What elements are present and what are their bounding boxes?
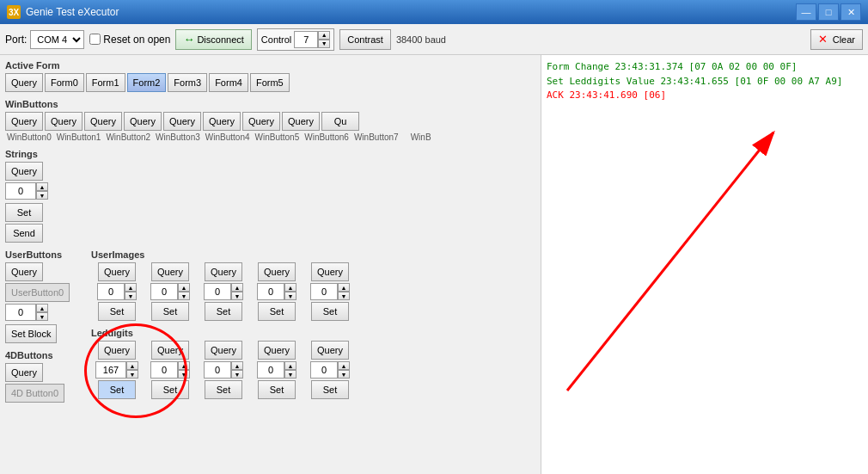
strings-spin-down[interactable]: ▼	[36, 191, 48, 200]
win-buttons-section: WinButtons Query Query Query Query Query…	[5, 99, 535, 142]
af-form1-btn[interactable]: Form1	[86, 73, 125, 92]
wb-label-4: WinButton4	[204, 132, 252, 142]
wb-query-7[interactable]: Query	[282, 112, 320, 131]
fd-button0-btn[interactable]: 4D Button0	[5, 384, 64, 403]
title-bar: 3X Genie Test eXecutor — □ ✕	[0, 0, 868, 24]
four-d-buttons-section: 4DButtons Query 4D Button0	[5, 350, 83, 403]
wb-query-3[interactable]: Query	[124, 112, 162, 131]
wb-query-6[interactable]: Query	[242, 112, 280, 131]
ld-spin-4[interactable]	[310, 361, 338, 379]
left-panel: Active Form Query Form0 Form1 Form2 Form…	[0, 55, 541, 474]
ld-q-1[interactable]: Query	[151, 341, 189, 360]
ub-spinner-input[interactable]	[5, 304, 36, 321]
ld-spin-3[interactable]	[257, 361, 284, 379]
control-group: Control ▲ ▼	[257, 28, 334, 51]
ui-set-1[interactable]: Set	[151, 302, 189, 321]
port-select[interactable]: COM 4	[30, 30, 84, 49]
ui-spin-1[interactable]	[150, 283, 178, 300]
reset-on-open-label[interactable]: Reset on open	[89, 34, 170, 46]
ui-spin-2[interactable]	[204, 283, 231, 300]
main-content: Active Form Query Form0 Form1 Form2 Form…	[0, 55, 868, 474]
control-spin-up[interactable]: ▲	[318, 31, 330, 40]
port-section: Port: COM 4	[5, 30, 84, 49]
wb-label-3: WinButton3	[154, 132, 202, 142]
reset-on-open-checkbox[interactable]	[89, 34, 101, 45]
wb-query-4[interactable]: Query	[163, 112, 201, 131]
control-input[interactable]	[294, 31, 318, 48]
ld-spinner-row: ▲▼ ▲▼ ▲▼	[91, 361, 535, 379]
col-left: UserButtons Query UserButton0 ▲ ▼	[5, 249, 83, 409]
ld-spin-1[interactable]	[150, 361, 178, 379]
active-form-buttons: Query Form0 Form1 Form2 Form3 Form4 Form…	[5, 73, 535, 92]
disconnect-button[interactable]: ↔ Disconnect	[175, 29, 251, 50]
strings-query-btn[interactable]: Query	[5, 162, 43, 181]
wb-query-0[interactable]: Query	[5, 112, 43, 131]
control-spin-down[interactable]: ▼	[318, 40, 330, 48]
strings-set-btn[interactable]: Set	[5, 203, 43, 222]
strings-send-btn[interactable]: Send	[5, 224, 43, 243]
wb-query-2[interactable]: Query	[84, 112, 122, 131]
ui-set-3[interactable]: Set	[258, 302, 296, 321]
window-title: Genie Test eXecutor	[26, 6, 119, 18]
contrast-button[interactable]: Contrast	[339, 29, 391, 50]
wb-query-8[interactable]: Qu	[321, 112, 359, 131]
close-button[interactable]: ✕	[840, 3, 861, 21]
win-buttons-label: WinButtons	[5, 99, 535, 109]
ui-set-0[interactable]: Set	[98, 302, 136, 321]
four-d-label: 4DButtons	[5, 350, 83, 360]
user-button0-btn[interactable]: UserButton0	[5, 283, 70, 302]
ld-q-3[interactable]: Query	[258, 341, 296, 360]
ub-spin-down[interactable]: ▼	[36, 312, 48, 321]
ui-q-1[interactable]: Query	[151, 262, 189, 281]
clear-button[interactable]: ✕ Clear	[810, 29, 863, 50]
ld-q-4[interactable]: Query	[311, 341, 349, 360]
leddigits-section: Leddigits Query Query Query Query Query	[91, 328, 535, 399]
bottom-columns: UserButtons Query UserButton0 ▲ ▼	[5, 249, 535, 409]
ld-set-4[interactable]: Set	[311, 380, 349, 399]
ui-set-4[interactable]: Set	[311, 302, 349, 321]
log-line-1: Set Leddigits Value 23:43:41.655 [01 0F …	[547, 75, 863, 89]
ui-q-3[interactable]: Query	[258, 262, 296, 281]
wb-query-5[interactable]: Query	[203, 112, 241, 131]
svg-line-1	[567, 132, 773, 391]
af-form5-btn[interactable]: Form5	[250, 73, 290, 92]
ui-q-2[interactable]: Query	[205, 262, 242, 281]
strings-spin-up[interactable]: ▲	[36, 182, 48, 191]
ld-spin-0[interactable]	[95, 361, 126, 379]
ld-set-3[interactable]: Set	[258, 380, 296, 399]
user-images-label: UserImages	[91, 249, 535, 260]
af-form0-btn[interactable]: Form0	[45, 73, 84, 92]
strings-spinner-input[interactable]	[5, 182, 36, 200]
af-form4-btn[interactable]: Form4	[209, 73, 248, 92]
ui-spin-3[interactable]	[257, 283, 284, 300]
af-form2-btn[interactable]: Form2	[127, 73, 167, 92]
ld-set-1[interactable]: Set	[151, 380, 189, 399]
ui-spinner-row: ▲▼ ▲▼ ▲▼	[91, 283, 535, 300]
ui-set-2[interactable]: Set	[205, 302, 242, 321]
wb-label-1: WinButton1	[55, 132, 103, 142]
af-query-btn[interactable]: Query	[5, 73, 43, 92]
control-label: Control	[261, 34, 291, 45]
ui-q-0[interactable]: Query	[98, 262, 136, 281]
ui-set-row: Set Set Set Set Set	[91, 302, 535, 321]
strings-section: Strings Query ▲ ▼ Set Send	[5, 149, 535, 243]
ld-set-0[interactable]: Set	[98, 380, 136, 399]
maximize-button[interactable]: □	[818, 3, 839, 21]
ub-set-block-btn[interactable]: Set Block	[5, 324, 57, 343]
wb-query-1[interactable]: Query	[45, 112, 83, 131]
ui-spin-4[interactable]	[310, 283, 338, 300]
log-line-0: Form Change 23:43:31.374 [07 0A 02 00 00…	[547, 60, 863, 75]
ub-spin-up[interactable]: ▲	[36, 304, 48, 312]
ub-query-btn[interactable]: Query	[5, 262, 43, 281]
ui-q-4[interactable]: Query	[311, 262, 349, 281]
right-panel: Form Change 23:43:31.374 [07 0A 02 00 00…	[541, 55, 868, 474]
ld-q-2[interactable]: Query	[205, 341, 242, 360]
minimize-button[interactable]: —	[796, 3, 816, 21]
ld-q-0[interactable]: Query	[98, 341, 136, 360]
ld-spin-2[interactable]	[204, 361, 231, 379]
fd-query-btn[interactable]: Query	[5, 363, 43, 382]
ld-set-2[interactable]: Set	[205, 380, 242, 399]
baud-label: 38400 baud	[396, 34, 446, 45]
ui-spin-0[interactable]	[97, 283, 125, 300]
af-form3-btn[interactable]: Form3	[168, 73, 207, 92]
